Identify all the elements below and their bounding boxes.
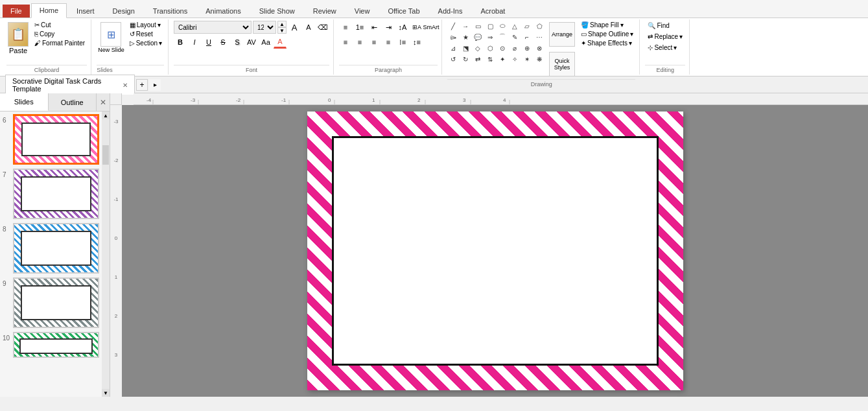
align-left-btn[interactable]: ≡ [339,36,352,49]
shape-outline-button[interactable]: ▭ Shape Outline ▾ [579,30,635,38]
slide-thumb-9[interactable] [13,277,99,328]
align-right-btn[interactable]: ≡ [368,36,381,49]
reset-button[interactable]: ↺ Reset [128,30,164,38]
shape-rect[interactable]: ▭ [472,21,484,31]
text-direction-btn[interactable]: ↕A [396,21,409,34]
panel-tab-outline[interactable]: Outline [49,93,97,111]
replace-button[interactable]: ⇄ Replace ▾ [645,32,685,41]
document-tab[interactable]: Socrative Digital Task Cards Template ✕ [5,75,135,95]
tab-home[interactable]: Home [31,3,67,18]
strikethrough-button[interactable]: S [217,36,229,49]
bold-button[interactable]: B [174,36,187,49]
font-size-decrease[interactable]: ▼ [277,27,287,34]
shape-connector[interactable]: ⌐ [521,32,533,42]
slide-item-9[interactable]: 9 [3,277,99,328]
cut-button[interactable]: ✂ Cut [32,21,87,29]
italic-button[interactable]: I [188,36,201,49]
font-increase-btn[interactable]: A [288,21,301,34]
char-spacing-btn[interactable]: AV [245,36,258,49]
shape-parallelogram[interactable]: ▱ [521,21,533,31]
font-color-btn[interactable]: A [274,36,287,49]
indent-less-btn[interactable]: ⇤ [368,21,381,34]
arrange-button[interactable]: Arrange [548,21,576,48]
change-case-btn[interactable]: Aa [259,36,272,49]
line-spacing-btn[interactable]: ↕≡ [410,36,423,49]
shape-oval[interactable]: ⬭ [497,21,508,31]
font-decrease-btn[interactable]: A [302,21,315,34]
scroll-down-button[interactable]: ▼ [102,389,110,397]
tab-officetab[interactable]: Office Tab [379,4,428,18]
shape-r11[interactable]: ⇄ [472,54,484,64]
shadow-button[interactable]: S [231,36,244,49]
document-tab-close[interactable]: ✕ [123,82,128,89]
shape-r13[interactable]: ✦ [497,54,508,64]
font-size-select[interactable]: 12 [253,21,276,34]
underline-button[interactable]: U [202,36,215,49]
slide-canvas[interactable] [307,112,683,390]
select-button[interactable]: ⊹ Select ▾ [645,43,685,53]
shape-r4[interactable]: ⬡ [484,43,496,53]
tab-view[interactable]: View [346,4,379,18]
tab-scroll-button[interactable]: ▸ [149,79,161,91]
shape-freeform[interactable]: ✎ [509,32,521,42]
layout-button[interactable]: ▦ Layout ▾ [128,21,164,29]
panel-close-button[interactable]: ✕ [97,93,110,111]
shape-r16[interactable]: ❋ [534,54,545,64]
font-name-select[interactable]: Calibri [174,21,252,34]
slide-thumb-8[interactable] [13,223,99,274]
new-tab-button[interactable]: + [136,79,148,91]
new-slide-button[interactable]: ⊞ New Slide [97,21,126,54]
shape-pentagon[interactable]: ⬠ [534,21,545,31]
slide-item-7[interactable]: 7 [3,169,99,219]
scroll-thumb[interactable] [102,145,109,165]
shape-r15[interactable]: ✶ [521,54,533,64]
tab-animations[interactable]: Animations [197,4,249,18]
slide-panel-scrollbar[interactable]: ▲ ▼ [102,112,110,397]
scroll-up-button[interactable]: ▲ [102,112,110,119]
shape-line[interactable]: ╱ [447,21,459,31]
shape-r8[interactable]: ⊗ [534,43,545,53]
tab-addins[interactable]: Add-Ins [430,4,471,18]
font-size-increase[interactable]: ▲ [277,21,287,27]
tab-acrobat[interactable]: Acrobat [472,4,513,18]
slide-item-10[interactable]: 10 [3,332,99,358]
slide-item-6[interactable]: 6 [3,114,99,165]
format-painter-button[interactable]: 🖌 Format Painter [32,39,87,47]
convert-smartart-btn[interactable]: SmArt [425,21,438,34]
shape-r9[interactable]: ↺ [447,54,459,64]
slide-thumb-7[interactable] [13,169,99,219]
shape-arrow[interactable]: → [460,21,471,31]
slide-item-8[interactable]: 8 [3,223,99,274]
shape-chevron[interactable]: ⌲ [447,32,459,42]
shape-r6[interactable]: ⌀ [509,43,521,53]
tab-transitions[interactable]: Transitions [145,4,196,18]
shape-r14[interactable]: ✧ [509,54,521,64]
shape-r12[interactable]: ⇅ [484,54,496,64]
tab-file[interactable]: File [3,5,30,18]
align-center-btn[interactable]: ≡ [353,36,366,49]
tab-slideshow[interactable]: Slide Show [251,4,303,18]
shape-r7[interactable]: ⊕ [521,43,533,53]
tab-design[interactable]: Design [104,4,143,18]
slide-thumb-10[interactable] [13,332,99,358]
shape-r3[interactable]: ◇ [472,43,484,53]
clear-format-btn[interactable]: ⌫ [316,21,329,34]
numbering-button[interactable]: 1≡ [353,21,366,34]
copy-button[interactable]: ⎘ Copy [32,30,87,38]
section-button[interactable]: ▷ Section ▾ [128,39,164,47]
shape-callout[interactable]: 💬 [472,32,484,42]
slide-thumb-6[interactable] [13,114,99,165]
indent-more-btn[interactable]: ⇥ [382,21,395,34]
shape-r2[interactable]: ⬔ [460,43,471,53]
justify-btn[interactable]: ≡ [382,36,395,49]
shape-more[interactable]: ⋯ [534,32,545,42]
shape-r10[interactable]: ↻ [460,54,471,64]
columns-btn[interactable]: ⁞≡ [396,36,409,49]
panel-tab-slides[interactable]: Slides [0,93,49,111]
shape-r1[interactable]: ⊿ [447,43,459,53]
tab-insert[interactable]: Insert [68,4,103,18]
quick-styles-button[interactable]: Quick Styles [548,51,576,78]
shape-block-arrow[interactable]: ⇒ [484,32,496,42]
align-text-btn[interactable]: ⊞A [410,21,423,34]
slide-content-area[interactable] [332,136,659,366]
